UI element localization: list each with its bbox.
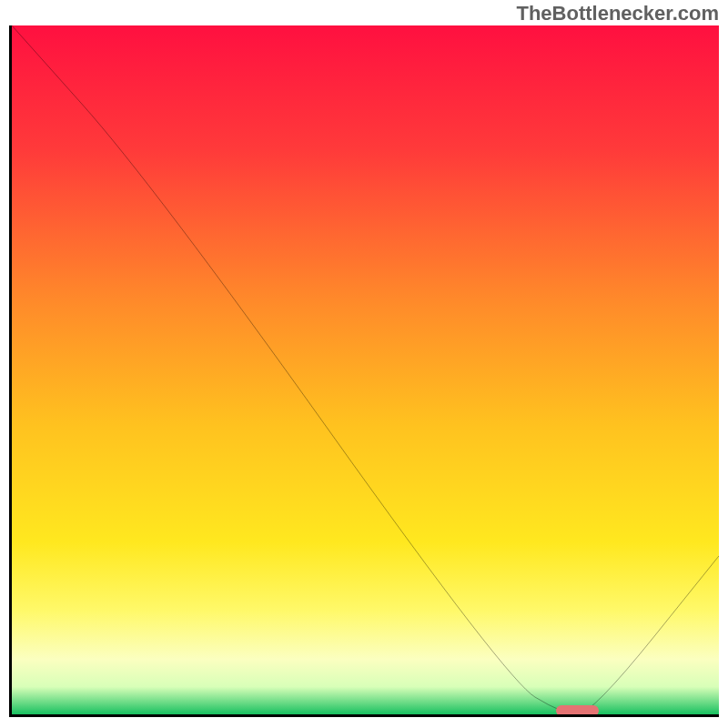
chart-plot-area: [9, 25, 719, 717]
chart-line-series: [12, 25, 719, 714]
watermark-text: TheBottlenecker.com: [516, 2, 719, 25]
optimal-zone-marker: [556, 705, 599, 716]
